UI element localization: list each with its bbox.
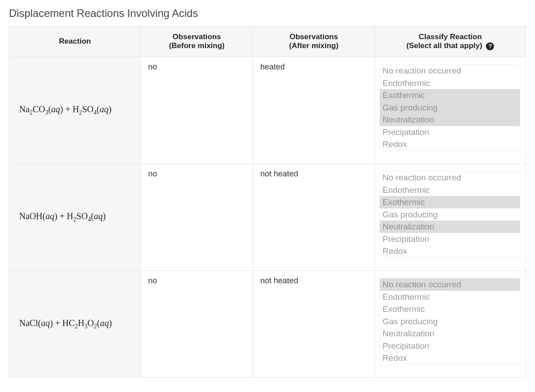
- header-after: Observations (After mixing): [253, 26, 374, 57]
- header-before-line2: (Before mixing): [145, 41, 248, 50]
- classify-option[interactable]: No reaction occurred: [380, 278, 520, 291]
- reaction-formula: NaOH(aq) + H2SO4(aq): [9, 164, 141, 271]
- page-title: Displacement Reactions Involving Acids: [9, 7, 526, 20]
- classify-option[interactable]: Gas producing: [380, 102, 520, 114]
- header-after-line2: (After mixing): [258, 41, 370, 50]
- classify-cell: No reaction occurredEndothermicExothermi…: [375, 271, 526, 378]
- classify-cell: No reaction occurredEndothermicExothermi…: [375, 164, 526, 271]
- classify-option[interactable]: Precipitation: [380, 340, 520, 352]
- classify-option[interactable]: Gas producing: [380, 315, 520, 328]
- classify-option[interactable]: Neutralization: [380, 114, 520, 126]
- classify-option[interactable]: Exothermic: [380, 196, 520, 208]
- classify-option[interactable]: Redox: [380, 245, 520, 257]
- classify-option[interactable]: Redox: [380, 138, 520, 151]
- observations-before[interactable]: no: [141, 164, 253, 271]
- table-header-row: Reaction Observations (Before mixing) Ob…: [9, 26, 526, 57]
- observations-before[interactable]: no: [141, 57, 253, 164]
- classify-option[interactable]: Endothermic: [380, 291, 520, 303]
- classify-option[interactable]: Exothermic: [380, 303, 520, 315]
- classify-option[interactable]: Redox: [380, 352, 520, 364]
- table-row: NaCl(aq) + HC2H3O2(aq)nonot heatedNo rea…: [9, 271, 526, 378]
- classify-option[interactable]: Neutralization: [380, 220, 520, 233]
- classify-option[interactable]: No reaction occurred: [380, 65, 520, 77]
- header-classify-line2: (Select all that apply): [407, 41, 482, 50]
- observations-after[interactable]: not heated: [253, 271, 374, 378]
- header-after-line1: Observations: [258, 33, 370, 41]
- header-classify-line1: Classify Reaction: [379, 33, 521, 41]
- header-reaction: Reaction: [9, 26, 141, 57]
- classify-option[interactable]: Precipitation: [380, 233, 520, 245]
- classify-listbox[interactable]: No reaction occurredEndothermicExothermi…: [379, 64, 520, 151]
- header-classify: Classify Reaction (Select all that apply…: [375, 26, 526, 57]
- classify-option[interactable]: Gas producing: [380, 208, 520, 221]
- reaction-formula: Na2CO3(aq) + H2SO4(aq): [9, 57, 141, 164]
- classify-option[interactable]: Neutralization: [380, 327, 520, 340]
- reaction-formula: NaCl(aq) + HC2H3O2(aq): [9, 271, 141, 378]
- table-row: NaOH(aq) + H2SO4(aq)nonot heatedNo react…: [9, 164, 526, 271]
- observations-before[interactable]: no: [141, 271, 253, 378]
- help-icon[interactable]: ?: [486, 42, 494, 50]
- classify-option[interactable]: Precipitation: [380, 126, 520, 139]
- classify-listbox[interactable]: No reaction occurredEndothermicExothermi…: [379, 278, 520, 365]
- table-row: Na2CO3(aq) + H2SO4(aq)noheatedNo reactio…: [9, 57, 526, 164]
- classify-option[interactable]: Endothermic: [380, 77, 520, 90]
- classify-option[interactable]: No reaction occurred: [380, 172, 520, 184]
- classify-listbox[interactable]: No reaction occurredEndothermicExothermi…: [379, 171, 520, 258]
- header-before-line1: Observations: [145, 33, 248, 41]
- observations-after[interactable]: heated: [253, 57, 374, 164]
- header-before: Observations (Before mixing): [141, 26, 253, 57]
- classify-option[interactable]: Endothermic: [380, 184, 520, 196]
- header-reaction-label: Reaction: [59, 37, 91, 45]
- observations-after[interactable]: not heated: [253, 164, 374, 271]
- reactions-table: Reaction Observations (Before mixing) Ob…: [9, 26, 526, 378]
- classify-cell: No reaction occurredEndothermicExothermi…: [375, 57, 526, 164]
- classify-option[interactable]: Exothermic: [380, 89, 520, 102]
